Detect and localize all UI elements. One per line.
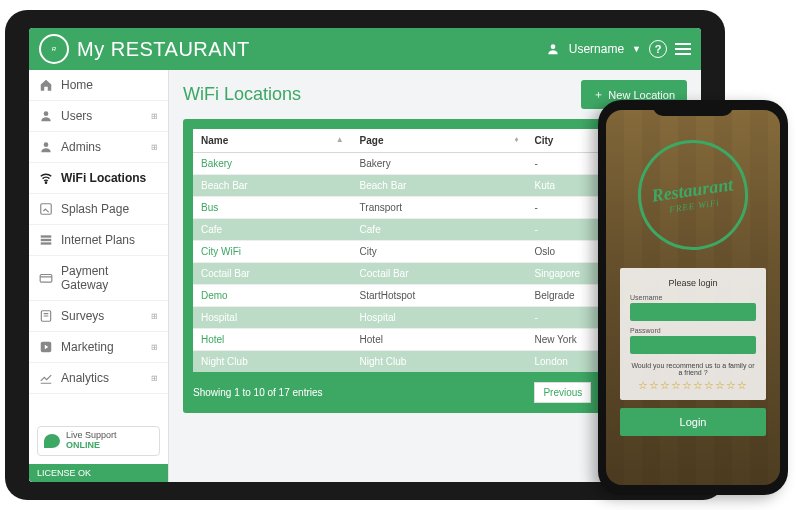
sidebar-item-label: Marketing bbox=[61, 340, 114, 354]
topbar: R My RESTAURANT Username ▼ ? bbox=[29, 28, 701, 70]
password-label: Password bbox=[630, 327, 756, 334]
play-icon bbox=[39, 340, 53, 354]
username-label[interactable]: Username bbox=[569, 42, 624, 56]
phone-content: Restaurant FREE WiFi Please login Userna… bbox=[606, 110, 780, 485]
sidebar-item-label: Analytics bbox=[61, 371, 109, 385]
restaurant-logo-icon: Restaurant FREE WiFi bbox=[631, 133, 755, 257]
cell-page: City bbox=[352, 241, 527, 263]
sidebar-item-label: WiFi Locations bbox=[61, 171, 146, 185]
sidebar-item-label: Users bbox=[61, 109, 92, 123]
sidebar-item-splash-page[interactable]: Splash Page bbox=[29, 194, 168, 225]
brand-logo-icon: R bbox=[39, 34, 69, 64]
brand-title: My RESTAURANT bbox=[77, 38, 250, 61]
col-page[interactable]: Page♦ bbox=[352, 129, 527, 153]
sidebar-item-admins[interactable]: Admins ⊞ bbox=[29, 132, 168, 163]
users-icon bbox=[39, 109, 53, 123]
col-city-label: City bbox=[535, 135, 554, 146]
new-location-label: New Location bbox=[608, 89, 675, 101]
please-login-label: Please login bbox=[630, 278, 756, 288]
pager-prev[interactable]: Previous bbox=[534, 382, 591, 403]
sidebar-item-label: Internet Plans bbox=[61, 233, 135, 247]
cell-page: Night Club bbox=[352, 351, 527, 373]
svg-point-3 bbox=[45, 182, 46, 183]
showing-text: Showing 1 to 10 of 17 entries bbox=[193, 387, 323, 398]
brand-my: My bbox=[77, 38, 105, 60]
user-icon bbox=[545, 41, 561, 57]
sort-icon: ♦ bbox=[514, 135, 518, 144]
phone-notch bbox=[653, 100, 733, 116]
login-button[interactable]: Login bbox=[620, 408, 766, 436]
sidebar-item-payment-gateway[interactable]: Payment Gateway bbox=[29, 256, 168, 301]
expand-icon: ⊞ bbox=[151, 343, 158, 352]
password-input[interactable] bbox=[630, 336, 756, 354]
chevron-down-icon[interactable]: ▼ bbox=[632, 44, 641, 54]
live-support-status: ONLINE bbox=[66, 441, 117, 451]
sidebar-item-label: Splash Page bbox=[61, 202, 129, 216]
cell-name: Bakery bbox=[193, 153, 352, 175]
brand-rest: RESTAURANT bbox=[111, 38, 250, 60]
star-rating[interactable]: ☆☆☆☆☆☆☆☆☆☆ bbox=[630, 379, 756, 392]
survey-icon bbox=[39, 309, 53, 323]
hamburger-icon[interactable] bbox=[675, 43, 691, 55]
chat-bubble-icon bbox=[44, 434, 60, 448]
expand-icon: ⊞ bbox=[151, 374, 158, 383]
svg-point-0 bbox=[550, 44, 555, 49]
sidebar-item-label: Admins bbox=[61, 140, 101, 154]
svg-point-1 bbox=[44, 111, 49, 116]
plus-icon: ＋ bbox=[593, 87, 604, 102]
sidebar-item-surveys[interactable]: Surveys ⊞ bbox=[29, 301, 168, 332]
svg-rect-8 bbox=[40, 275, 52, 283]
cell-name: Bus bbox=[193, 197, 352, 219]
recommend-label: Would you recommend us to a family or a … bbox=[630, 362, 756, 376]
sidebar-item-marketing[interactable]: Marketing ⊞ bbox=[29, 332, 168, 363]
cell-name: Night Club bbox=[193, 351, 352, 373]
chart-icon bbox=[39, 371, 53, 385]
cell-page: Coctail Bar bbox=[352, 263, 527, 285]
cell-name: Hospital bbox=[193, 307, 352, 329]
phone-screen: Restaurant FREE WiFi Please login Userna… bbox=[606, 110, 780, 485]
svg-rect-6 bbox=[41, 239, 52, 241]
sidebar-item-label: Home bbox=[61, 78, 93, 92]
license-status: LICENSE OK bbox=[29, 464, 168, 482]
admins-icon bbox=[39, 140, 53, 154]
live-support-badge[interactable]: Live Support ONLINE bbox=[37, 426, 160, 456]
username-input[interactable] bbox=[630, 303, 756, 321]
topbar-right: Username ▼ ? bbox=[545, 40, 691, 58]
username-label: Username bbox=[630, 294, 756, 301]
phone-frame: Restaurant FREE WiFi Please login Userna… bbox=[598, 100, 788, 495]
home-icon bbox=[39, 78, 53, 92]
wifi-icon bbox=[39, 171, 53, 185]
svg-point-2 bbox=[44, 142, 49, 147]
col-name[interactable]: Name▲ bbox=[193, 129, 352, 153]
sidebar-item-home[interactable]: Home bbox=[29, 70, 168, 101]
edit-icon bbox=[39, 202, 53, 216]
sidebar-item-internet-plans[interactable]: Internet Plans bbox=[29, 225, 168, 256]
cell-name: Cafe bbox=[193, 219, 352, 241]
cell-page: StartHotspot bbox=[352, 285, 527, 307]
card-icon bbox=[39, 271, 53, 285]
expand-icon: ⊞ bbox=[151, 143, 158, 152]
expand-icon: ⊞ bbox=[151, 312, 158, 321]
cell-page: Hotel bbox=[352, 329, 527, 351]
sort-asc-icon: ▲ bbox=[336, 135, 344, 144]
cell-page: Hospital bbox=[352, 307, 527, 329]
col-page-label: Page bbox=[360, 135, 384, 146]
cell-page: Cafe bbox=[352, 219, 527, 241]
cell-name: Coctail Bar bbox=[193, 263, 352, 285]
sidebar-item-wifi-locations[interactable]: WiFi Locations bbox=[29, 163, 168, 194]
cell-page: Transport bbox=[352, 197, 527, 219]
sidebar-item-label: Surveys bbox=[61, 309, 104, 323]
svg-rect-5 bbox=[41, 235, 52, 237]
cell-page: Beach Bar bbox=[352, 175, 527, 197]
help-icon[interactable]: ? bbox=[649, 40, 667, 58]
sidebar-item-analytics[interactable]: Analytics ⊞ bbox=[29, 363, 168, 394]
sidebar-item-users[interactable]: Users ⊞ bbox=[29, 101, 168, 132]
page-title: WiFi Locations bbox=[183, 84, 301, 105]
stack-icon bbox=[39, 233, 53, 247]
cell-page: Bakery bbox=[352, 153, 527, 175]
svg-rect-7 bbox=[41, 242, 52, 244]
cell-name: City WiFi bbox=[193, 241, 352, 263]
cell-name: Beach Bar bbox=[193, 175, 352, 197]
login-card: Please login Username Password Would you… bbox=[620, 268, 766, 400]
sidebar-item-label: Payment Gateway bbox=[61, 264, 158, 292]
